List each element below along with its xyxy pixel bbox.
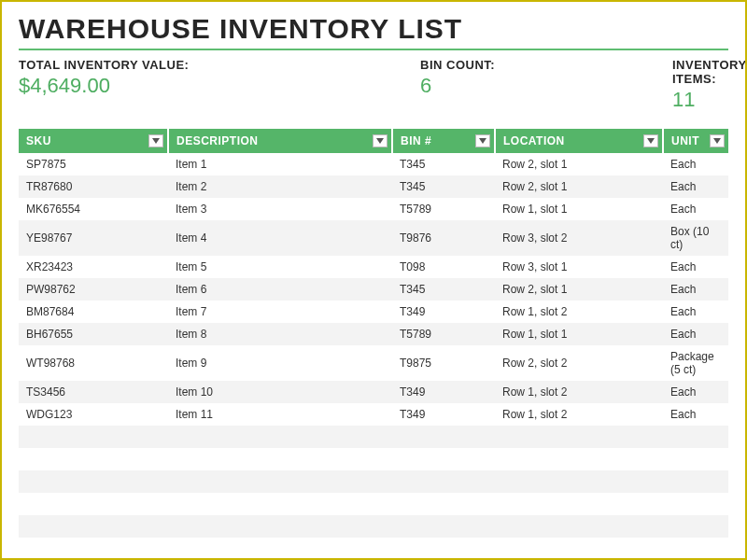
cell-description[interactable]: Item 4 <box>168 220 392 256</box>
col-location-label: LOCATION <box>503 134 565 147</box>
cell-sku[interactable]: MK676554 <box>19 198 168 220</box>
cell-empty <box>663 515 728 538</box>
cell-bin[interactable]: T349 <box>392 301 495 323</box>
cell-empty <box>663 493 728 515</box>
page-title: WAREHOUSE INVENTORY LIST <box>19 13 728 50</box>
chevron-down-icon <box>647 138 655 144</box>
chevron-down-icon <box>152 138 160 144</box>
cell-unit[interactable]: Each <box>663 198 728 220</box>
cell-location[interactable]: Row 1, slot 2 <box>495 381 663 403</box>
cell-empty <box>392 470 495 493</box>
cell-description[interactable]: Item 7 <box>168 301 392 323</box>
cell-description[interactable]: Item 5 <box>168 256 392 278</box>
cell-empty <box>168 470 392 493</box>
cell-bin[interactable]: T9875 <box>392 345 495 381</box>
summary-total: TOTAL INVENTORY VALUE: $4,649.00 <box>19 58 402 112</box>
cell-empty <box>19 470 168 493</box>
table-row-empty <box>19 515 728 538</box>
cell-description[interactable]: Item 10 <box>168 381 392 403</box>
table-row[interactable]: PW98762Item 6T345Row 2, slot 1Each <box>19 278 728 301</box>
cell-bin[interactable]: T9876 <box>392 220 495 256</box>
cell-bin[interactable]: T349 <box>392 381 495 403</box>
cell-sku[interactable]: WT98768 <box>19 345 168 381</box>
cell-empty <box>392 426 495 448</box>
table-row-empty <box>19 470 728 493</box>
cell-empty <box>168 538 392 560</box>
cell-unit[interactable]: Each <box>663 381 728 403</box>
cell-empty <box>663 538 728 560</box>
cell-bin[interactable]: T098 <box>392 256 495 278</box>
cell-unit[interactable]: Each <box>663 323 728 345</box>
cell-unit[interactable]: Package (5 ct) <box>663 345 728 381</box>
cell-sku[interactable]: PW98762 <box>19 278 168 301</box>
filter-button-sku[interactable] <box>148 134 163 147</box>
col-description[interactable]: DESCRIPTION <box>168 129 392 153</box>
cell-sku[interactable]: TR87680 <box>19 175 168 198</box>
cell-sku[interactable]: WDG123 <box>19 403 168 426</box>
cell-description[interactable]: Item 3 <box>168 198 392 220</box>
cell-location[interactable]: Row 2, slot 2 <box>495 345 663 381</box>
filter-button-bin[interactable] <box>475 134 490 147</box>
cell-unit[interactable]: Each <box>663 278 728 301</box>
cell-location[interactable]: Row 1, slot 1 <box>495 198 663 220</box>
cell-unit[interactable]: Each <box>663 256 728 278</box>
cell-bin[interactable]: T349 <box>392 403 495 426</box>
cell-description[interactable]: Item 9 <box>168 345 392 381</box>
filter-button-description[interactable] <box>373 134 388 147</box>
cell-bin[interactable]: T345 <box>392 153 495 175</box>
table-row[interactable]: WT98768Item 9T9875Row 2, slot 2Package (… <box>19 345 728 381</box>
cell-location[interactable]: Row 3, slot 1 <box>495 256 663 278</box>
cell-empty <box>392 448 495 470</box>
table-row[interactable]: YE98767Item 4T9876Row 3, slot 2Box (10 c… <box>19 220 728 256</box>
col-bin[interactable]: BIN # <box>392 129 495 153</box>
cell-location[interactable]: Row 1, slot 2 <box>495 301 663 323</box>
table-row[interactable]: BH67655Item 8T5789Row 1, slot 1Each <box>19 323 728 345</box>
cell-empty <box>392 493 495 515</box>
table-row[interactable]: TR87680Item 2T345Row 2, slot 1Each <box>19 175 728 198</box>
cell-location[interactable]: Row 2, slot 1 <box>495 278 663 301</box>
table-row[interactable]: MK676554Item 3T5789Row 1, slot 1Each <box>19 198 728 220</box>
cell-bin[interactable]: T5789 <box>392 323 495 345</box>
table-row[interactable]: SP7875Item 1T345Row 2, slot 1Each <box>19 153 728 175</box>
cell-sku[interactable]: BM87684 <box>19 301 168 323</box>
cell-description[interactable]: Item 8 <box>168 323 392 345</box>
cell-unit[interactable]: Box (10 ct) <box>663 220 728 256</box>
cell-location[interactable]: Row 2, slot 1 <box>495 153 663 175</box>
table-row[interactable]: BM87684Item 7T349Row 1, slot 2Each <box>19 301 728 323</box>
cell-sku[interactable]: SP7875 <box>19 153 168 175</box>
table-row[interactable]: WDG123Item 11T349Row 1, slot 2Each <box>19 403 728 426</box>
cell-location[interactable]: Row 2, slot 1 <box>495 175 663 198</box>
cell-unit[interactable]: Each <box>663 153 728 175</box>
filter-button-unit[interactable] <box>710 134 725 147</box>
table-row[interactable]: TS3456Item 10T349Row 1, slot 2Each <box>19 381 728 403</box>
cell-bin[interactable]: T345 <box>392 278 495 301</box>
summary-bin: BIN COUNT: 6 <box>420 58 654 112</box>
filter-button-location[interactable] <box>643 134 658 147</box>
cell-location[interactable]: Row 1, slot 1 <box>495 323 663 345</box>
summary-items-label: INVENTORY ITEMS: <box>672 58 746 86</box>
cell-location[interactable]: Row 1, slot 2 <box>495 403 663 426</box>
cell-bin[interactable]: T345 <box>392 175 495 198</box>
cell-description[interactable]: Item 2 <box>168 175 392 198</box>
cell-sku[interactable]: TS3456 <box>19 381 168 403</box>
cell-empty <box>663 426 728 448</box>
summary-bar: TOTAL INVENTORY VALUE: $4,649.00 BIN COU… <box>19 58 728 112</box>
cell-unit[interactable]: Each <box>663 175 728 198</box>
cell-description[interactable]: Item 11 <box>168 403 392 426</box>
cell-location[interactable]: Row 3, slot 2 <box>495 220 663 256</box>
cell-description[interactable]: Item 1 <box>168 153 392 175</box>
cell-unit[interactable]: Each <box>663 403 728 426</box>
table-body: SP7875Item 1T345Row 2, slot 1EachTR87680… <box>19 153 728 560</box>
col-location[interactable]: LOCATION <box>495 129 663 153</box>
col-sku[interactable]: SKU <box>19 129 168 153</box>
col-unit[interactable]: UNIT <box>663 129 728 153</box>
cell-sku[interactable]: XR23423 <box>19 256 168 278</box>
cell-sku[interactable]: BH67655 <box>19 323 168 345</box>
cell-unit[interactable]: Each <box>663 301 728 323</box>
cell-description[interactable]: Item 6 <box>168 278 392 301</box>
col-description-label: DESCRIPTION <box>176 134 259 147</box>
cell-bin[interactable]: T5789 <box>392 198 495 220</box>
cell-empty <box>168 426 392 448</box>
cell-sku[interactable]: YE98767 <box>19 220 168 256</box>
table-row[interactable]: XR23423Item 5T098Row 3, slot 1Each <box>19 256 728 278</box>
